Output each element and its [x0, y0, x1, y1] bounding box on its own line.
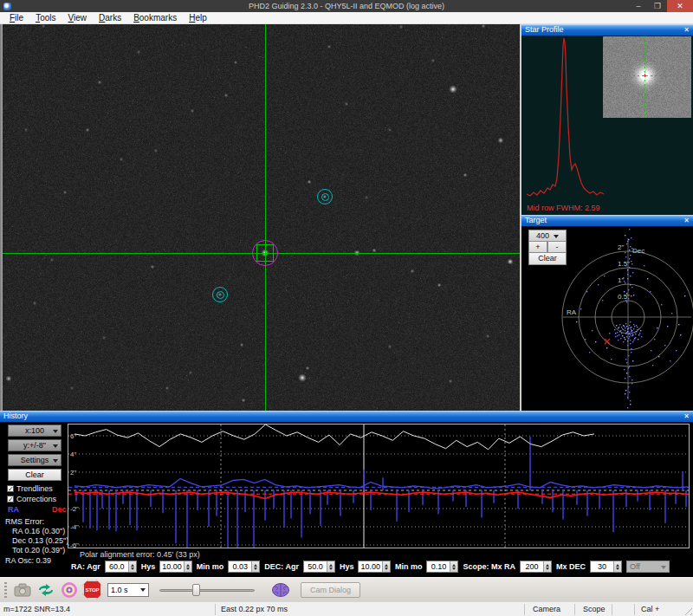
- star-field-canvas: [3, 24, 520, 411]
- camera-status: Camera: [533, 602, 560, 616]
- param-value[interactable]: 10.00: [160, 561, 184, 572]
- brain-advanced-settings-icon[interactable]: [270, 580, 291, 600]
- target-title: Target: [525, 216, 547, 224]
- param-label: DEC: Agr: [264, 562, 299, 571]
- close-button[interactable]: ✕: [667, 0, 693, 12]
- param-spinner-hys[interactable]: 10.00: [159, 561, 192, 573]
- menu-item-help[interactable]: Help: [183, 12, 213, 24]
- param-value[interactable]: 30: [591, 561, 613, 572]
- menu-item-view[interactable]: View: [62, 12, 93, 24]
- param-spinner-hys[interactable]: 10.00: [358, 561, 391, 573]
- target-zoom-in-button[interactable]: +: [528, 242, 547, 253]
- menu-item-tools[interactable]: Tools: [29, 12, 62, 24]
- param-value[interactable]: 50.0: [304, 561, 327, 572]
- lock-position-box: [256, 244, 274, 262]
- rms-header: RMS Error:: [5, 517, 44, 526]
- close-icon[interactable]: ✕: [683, 215, 690, 226]
- dec-legend[interactable]: Dec: [52, 505, 67, 514]
- dec-guide-mode-select[interactable]: Off: [626, 561, 670, 573]
- minimize-button[interactable]: –: [629, 0, 648, 12]
- maximize-button[interactable]: ❐: [648, 0, 667, 12]
- spinner-arrows[interactable]: [184, 561, 191, 572]
- slider-track[interactable]: [159, 589, 255, 592]
- resize-grip[interactable]: [682, 605, 692, 615]
- y-scale-select[interactable]: y:+/-8": [8, 439, 62, 451]
- target-caption[interactable]: Target ✕: [521, 215, 693, 226]
- param-spinner-ra-agr[interactable]: 60.0: [105, 561, 137, 573]
- spinner-arrows[interactable]: [613, 561, 621, 572]
- spinner-arrows[interactable]: [450, 561, 457, 572]
- param-spinner-mx-dec[interactable]: 30: [590, 561, 622, 573]
- target-zoom-value: 400: [536, 231, 549, 240]
- guide-parameters-row: RA: Agr60.0Hys10.00Min mo0.03DEC: Agr50.…: [71, 561, 670, 573]
- stop-button[interactable]: STOP: [82, 580, 102, 600]
- loop-exposures-icon[interactable]: [36, 580, 56, 600]
- rms-dec: Dec 0.13 (0.25"): [12, 536, 68, 545]
- status-bar: m=1722 SNR=13.4 East 0.22 px 70 ms Camer…: [0, 601, 693, 616]
- window-title: PHD2 Guiding 2.3.0 - QHY5L-II and EQMOD …: [0, 2, 693, 10]
- param-spinner-scope-mx-ra[interactable]: 200: [520, 561, 552, 573]
- menu-item-bookmarks[interactable]: Bookmarks: [127, 12, 183, 24]
- settings-select[interactable]: Settings: [8, 454, 62, 466]
- svg-text:1.5": 1.5": [618, 260, 630, 268]
- ra-osc: RA Osc: 0.39: [5, 556, 51, 565]
- param-label: Scope: Mx RA: [463, 562, 515, 571]
- slider-thumb[interactable]: [192, 584, 200, 596]
- close-icon[interactable]: ✕: [683, 411, 690, 422]
- checkbox-checked-icon[interactable]: ✓: [7, 485, 14, 492]
- param-value[interactable]: 0.10: [427, 561, 450, 572]
- star-profile-caption[interactable]: Star Profile ✕: [521, 24, 693, 36]
- param-value[interactable]: 0.03: [229, 561, 251, 572]
- trendlines-checkbox-row[interactable]: ✓ Trendlines: [7, 484, 53, 493]
- ra-legend[interactable]: RA: [8, 505, 19, 514]
- param-spinner-min-mo[interactable]: 0.10: [426, 561, 458, 573]
- spinner-arrows[interactable]: [382, 561, 390, 572]
- guide-icon[interactable]: [59, 580, 80, 600]
- svg-text:0.5": 0.5": [618, 293, 630, 301]
- gamma-slider[interactable]: [159, 583, 255, 597]
- toolbar-grip[interactable]: [4, 582, 7, 598]
- camera-setup-icon[interactable]: [12, 580, 33, 600]
- chevron-down-icon: [53, 444, 58, 451]
- target-zoom-out-button[interactable]: -: [547, 242, 567, 253]
- target-clear-button[interactable]: Clear: [528, 253, 567, 265]
- star-profile-body: Mid row FWHM: 2.59: [521, 36, 693, 215]
- svg-text:2": 2": [618, 243, 624, 251]
- guide-camera-image[interactable]: [3, 24, 520, 411]
- menu-item-file[interactable]: File: [3, 12, 29, 24]
- spinner-arrows[interactable]: [251, 561, 259, 572]
- param-value[interactable]: 60.0: [106, 561, 128, 572]
- chevron-down-icon: [140, 588, 146, 594]
- param-value[interactable]: 200: [521, 561, 543, 572]
- close-icon[interactable]: ✕: [683, 24, 690, 36]
- history-body: x:100 y:+/-8" Settings Clear ✓ Trendline…: [0, 422, 693, 577]
- spinner-arrows[interactable]: [128, 561, 136, 572]
- cam-dialog-button[interactable]: Cam Dialog: [301, 582, 360, 598]
- history-sidebar: x:100 y:+/-8" Settings Clear ✓ Trendline…: [0, 422, 68, 577]
- settings-label: Settings: [21, 456, 49, 464]
- title-bar: PHD2 Guiding 2.3.0 - QHY5L-II and EQMOD …: [0, 0, 693, 12]
- param-value[interactable]: 10.00: [359, 561, 382, 572]
- y-scale-value: y:+/-8": [23, 441, 46, 450]
- spinner-arrows[interactable]: [327, 561, 334, 572]
- history-clear-button[interactable]: Clear: [8, 469, 62, 481]
- star-profile-title: Star Profile: [525, 25, 564, 34]
- checkbox-checked-icon[interactable]: ✓: [7, 496, 14, 503]
- param-spinner-dec-agr[interactable]: 50.0: [303, 561, 335, 573]
- exposure-value: 1.0 s: [111, 586, 128, 594]
- x-scale-select[interactable]: x:100: [8, 425, 62, 437]
- corrections-checkbox-row[interactable]: ✓ Corrections: [7, 495, 56, 503]
- guide-step-status: East 0.22 px 70 ms: [221, 602, 288, 616]
- target-zoom-select[interactable]: 400: [528, 230, 567, 242]
- calibration-status: Cal +: [641, 602, 659, 616]
- menu-item-darks[interactable]: Darks: [93, 12, 127, 24]
- svg-text:-2": -2": [70, 505, 79, 513]
- exposure-select[interactable]: 1.0 s: [107, 583, 149, 597]
- param-spinner-min-mo[interactable]: 0.03: [228, 561, 260, 573]
- spinner-arrows[interactable]: [543, 561, 551, 572]
- history-caption[interactable]: History ✕: [0, 411, 693, 422]
- svg-text:6": 6": [70, 432, 76, 440]
- polar-alignment-note: Polar alignment error: 0.45' (33 px): [80, 550, 200, 559]
- crosshair-vertical: [265, 24, 266, 411]
- secondary-star-marker: [317, 189, 333, 204]
